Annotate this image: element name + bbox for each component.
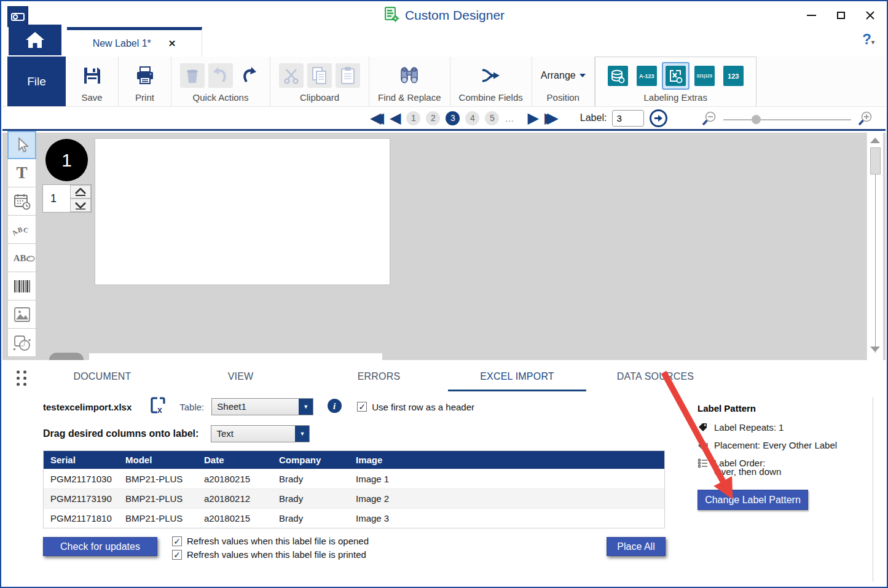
column-header-date[interactable]: Date — [197, 451, 272, 469]
shape-tool[interactable] — [7, 329, 36, 357]
first-row-header-checkbox[interactable]: ✓ — [357, 402, 367, 412]
table-row[interactable]: PGM21173190 BMP21-PLUS a20180212 Brady I… — [44, 488, 664, 508]
maximize-button[interactable] — [835, 10, 846, 21]
tab-close-icon[interactable]: ✕ — [168, 38, 176, 49]
remove-excel-icon[interactable]: x — [150, 396, 166, 417]
sequence-serialize-button[interactable]: 321|123 — [691, 62, 718, 90]
database-serialize-icon — [608, 66, 628, 86]
redo-icon[interactable] — [237, 63, 261, 88]
previous-label-icon[interactable]: ◀ — [390, 111, 401, 125]
help-button[interactable]: ?▾ — [862, 31, 874, 48]
table-row[interactable]: PGM21171810 BMP21-PLUS a20180215 Brady I… — [44, 508, 664, 528]
svg-text:x: x — [157, 405, 162, 415]
next-label-icon[interactable]: ▶ — [527, 111, 538, 125]
scrollbar-thumb[interactable] — [870, 147, 881, 174]
column-type-value: Text — [211, 426, 295, 442]
barcode-tool[interactable] — [7, 272, 36, 300]
column-header-image[interactable]: Image — [349, 451, 664, 469]
cut-icon[interactable] — [279, 63, 304, 88]
delete-icon[interactable] — [180, 63, 205, 88]
tab-excel-import[interactable]: EXCEL IMPORT — [448, 365, 586, 391]
minimize-button[interactable] — [806, 10, 817, 21]
cell-model: BMP21-PLUS — [119, 469, 197, 488]
column-type-select[interactable]: Text ▼ — [211, 425, 310, 442]
ribbon-group-combine-fields[interactable]: Combine Fields — [450, 57, 532, 106]
label-number-input[interactable] — [612, 110, 644, 127]
refresh-printed-checkbox[interactable]: ✓ — [172, 550, 182, 560]
label-number-caption: Label: — [580, 112, 607, 123]
excel-import-button[interactable] — [662, 62, 690, 90]
column-header-serial[interactable]: Serial — [44, 451, 119, 469]
zoom-in-icon[interactable] — [857, 111, 873, 129]
close-button[interactable] — [865, 10, 876, 21]
scroll-up-icon[interactable] — [870, 138, 880, 143]
ribbon-group-save[interactable]: Save — [66, 57, 119, 106]
a123-serialize-button[interactable]: A-123 — [633, 62, 661, 90]
info-icon[interactable]: i — [327, 398, 342, 416]
page-circle-5[interactable]: 5 — [485, 111, 499, 125]
bottom-panel: DOCUMENT VIEW ERRORS EXCEL IMPORT DATA S… — [2, 360, 886, 586]
save-icon[interactable] — [80, 63, 104, 88]
go-to-label-button[interactable] — [650, 109, 667, 127]
zoom-out-icon[interactable] — [701, 111, 717, 129]
column-header-model[interactable]: Model — [119, 451, 197, 469]
first-label-icon[interactable]: ◀◀ — [370, 111, 384, 125]
tab-document[interactable]: DOCUMENT — [33, 365, 171, 391]
select-tool[interactable] — [7, 131, 36, 159]
table-row[interactable]: PGM21171030 BMP21-PLUS a20180215 Brady I… — [44, 469, 664, 488]
page-circle-3-active[interactable]: 3 — [446, 111, 460, 125]
image-tool[interactable] — [7, 300, 36, 329]
datetime-tool[interactable] — [7, 187, 36, 216]
ribbon-group-print[interactable]: Print — [119, 57, 171, 106]
window-title: Custom Designer — [405, 8, 505, 23]
text-tool[interactable]: T — [7, 159, 36, 187]
copy-icon[interactable] — [307, 63, 332, 88]
sheet-select-arrow-icon[interactable]: ▼ — [299, 399, 313, 415]
refresh-opened-checkbox[interactable]: ✓ — [172, 536, 182, 546]
tags-icon — [697, 440, 709, 451]
place-all-button[interactable]: Place All — [607, 537, 666, 556]
change-label-pattern-button[interactable]: Change Label Pattern — [697, 490, 808, 510]
tab-view[interactable]: VIEW — [171, 365, 310, 391]
excel-file-row: testexcelimport.xlsx x Table: Sheet1 ▼ i — [43, 397, 474, 417]
text-style-tool[interactable]: ABc — [7, 244, 36, 272]
copies-value[interactable]: 1 — [43, 185, 70, 212]
check-for-updates-button[interactable]: Check for updates — [43, 537, 157, 556]
canvas-scrollbar[interactable] — [866, 133, 883, 360]
stepper-up-button[interactable] — [70, 185, 91, 198]
arrange-dropdown[interactable]: Arrange — [541, 70, 586, 81]
image-icon — [14, 307, 31, 323]
binoculars-icon[interactable] — [397, 63, 422, 88]
column-type-arrow-icon[interactable]: ▼ — [295, 426, 309, 442]
home-button[interactable] — [9, 25, 61, 55]
last-label-icon[interactable]: ▶▶ — [544, 111, 559, 125]
print-icon[interactable] — [133, 63, 157, 88]
curved-text-tool[interactable]: ABC — [7, 216, 36, 244]
document-tab[interactable]: New Label 1* ✕ — [67, 27, 202, 57]
label-design-surface[interactable] — [95, 138, 390, 285]
paste-icon[interactable] — [336, 63, 360, 88]
tab-errors[interactable]: ERRORS — [310, 365, 448, 391]
file-menu-button[interactable]: File — [7, 57, 66, 106]
page-circle-4[interactable]: 4 — [465, 111, 479, 125]
scroll-down-icon[interactable] — [870, 347, 880, 352]
tab-data-sources[interactable]: DATA SOURCES — [586, 365, 725, 391]
cell-date: a20180215 — [197, 509, 272, 528]
stepper-down-button[interactable] — [70, 198, 91, 212]
ribbon-group-find-replace[interactable]: Find & Replace — [369, 57, 450, 106]
page-circle-2[interactable]: 2 — [426, 111, 440, 125]
zoom-slider[interactable] — [723, 119, 851, 120]
panel-grip-handle[interactable] — [17, 370, 27, 386]
serialize-data-button[interactable] — [604, 62, 632, 90]
combine-fields-icon[interactable] — [479, 63, 503, 88]
page-circle-1[interactable]: 1 — [406, 111, 420, 125]
column-header-company[interactable]: Company — [272, 451, 349, 469]
cell-company: Brady — [272, 489, 349, 508]
placement-value: Placement: Every Other Label — [714, 440, 837, 450]
sequence-321-icon: 321|123 — [694, 66, 715, 86]
zoom-slider-thumb[interactable] — [752, 115, 761, 124]
undo-icon[interactable] — [208, 63, 233, 88]
number-serialize-button[interactable]: 123 — [720, 62, 747, 90]
sheet-select[interactable]: Sheet1 ▼ — [211, 398, 313, 415]
table-header-row: Serial Model Date Company Image — [44, 451, 664, 469]
